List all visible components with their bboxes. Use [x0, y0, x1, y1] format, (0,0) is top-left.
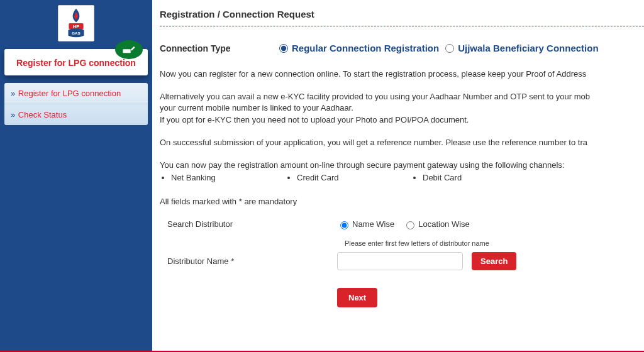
sidebar-nav: » Register for LPG connection » Check St… [4, 83, 148, 125]
search-distributor-label: Search Distributor [167, 219, 337, 229]
sidebar-item-label: Register for LPG connection [18, 89, 121, 98]
info-block: Now you can register for a new connectio… [160, 69, 644, 208]
radio-location-wise-input[interactable] [406, 221, 414, 229]
edit-badge-icon [115, 40, 143, 59]
sidebar-item-check-status[interactable]: » Check Status [4, 104, 148, 125]
radio-regular-connection[interactable]: Regular Connection Registration [279, 43, 439, 53]
hp-gas-logo-icon: HP GAS [62, 8, 90, 39]
chevron-right-icon: » [11, 110, 13, 119]
company-logo: HP GAS [58, 5, 94, 41]
connection-type-row: Connection Type Regular Connection Regis… [160, 43, 644, 53]
radio-regular-connection-input[interactable] [279, 44, 288, 53]
distributor-name-row: Distributor Name * Search [167, 252, 644, 270]
sidebar-item-label: Check Status [18, 110, 67, 119]
distributor-hint: Please enter first few letters of distri… [345, 239, 644, 247]
radio-label: Name Wise [352, 219, 394, 229]
search-button[interactable]: Search [472, 252, 516, 270]
radio-label: Ujjwala Beneficiary Connection [458, 43, 598, 53]
info-text: your current mobile number is linked to … [160, 102, 644, 114]
distributor-name-input[interactable] [337, 252, 463, 270]
info-text: If you opt for e-KYC then you need not t… [160, 114, 644, 126]
search-distributor-form: Search Distributor Name Wise Location Wi… [160, 219, 644, 307]
radio-ujjwala-connection[interactable]: Ujjwala Beneficiary Connection [445, 43, 598, 53]
info-text: Alternatively you can avail a new e-KYC … [160, 91, 644, 102]
distributor-name-label: Distributor Name * [167, 256, 337, 266]
radio-name-wise-input[interactable] [340, 221, 348, 229]
list-item: Debit Card [423, 172, 548, 184]
svg-rect-3 [123, 49, 130, 53]
info-text: You can now pay the registration amount … [160, 160, 644, 171]
page-title: Registration / Connection Request [160, 9, 644, 26]
radio-location-wise[interactable]: Location Wise [403, 219, 470, 229]
radio-label: Location Wise [418, 219, 470, 229]
radio-name-wise[interactable]: Name Wise [337, 219, 394, 229]
list-item: Net Banking [171, 172, 297, 184]
search-mode-options: Name Wise Location Wise [337, 219, 470, 229]
sidebar: HP GAS Register for LPG connection » Reg… [0, 0, 152, 352]
sidebar-item-register[interactable]: » Register for LPG connection [4, 83, 148, 104]
connection-type-options: Regular Connection Registration Ujjwala … [279, 43, 599, 53]
radio-label: Regular Connection Registration [292, 43, 439, 53]
sidebar-header: Register for LPG connection [4, 49, 148, 75]
connection-type-label: Connection Type [160, 43, 279, 53]
mandatory-note: All fields marked with * are mandatory [160, 196, 644, 207]
payment-channels-list: Net Banking Credit Card Debit Card [171, 172, 644, 184]
chevron-right-icon: » [11, 89, 13, 98]
main-content: Registration / Connection Request Connec… [152, 0, 644, 352]
info-text: On successful submission of your applica… [160, 137, 644, 148]
svg-text:GAS: GAS [72, 31, 80, 35]
next-button[interactable]: Next [337, 288, 377, 307]
radio-ujjwala-connection-input[interactable] [445, 44, 454, 53]
list-item: Credit Card [297, 172, 423, 184]
search-mode-row: Search Distributor Name Wise Location Wi… [167, 219, 644, 229]
info-text: Now you can register for a new connectio… [160, 69, 644, 80]
